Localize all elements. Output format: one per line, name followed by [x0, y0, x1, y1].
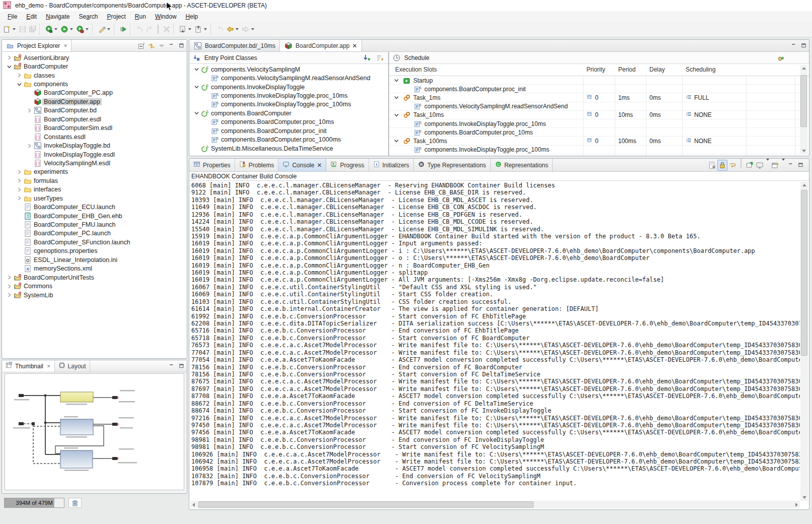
explorer-item-row[interactable]: interfaces [2, 185, 187, 194]
entry-point-row[interactable]: Scomponents.InvokeDisplayToggle.proc_10m… [189, 91, 388, 100]
collapse-icon[interactable] [192, 67, 200, 72]
tab-layout[interactable]: Layout [55, 360, 90, 372]
tab-type-representations[interactable]: RType Representations [414, 159, 491, 171]
explorer-item-row[interactable]: formulas [2, 176, 187, 185]
menu-navigate[interactable]: Navigate [41, 12, 74, 21]
entry-point-row[interactable]: Scomponents.VelocitySamplingM.readSensor… [189, 74, 388, 82]
collapse-icon[interactable] [392, 95, 400, 100]
console-output[interactable]: 6068 [main] INFO c.e.e.c.l.manager.CBLic… [191, 182, 800, 501]
menu-edit[interactable]: Edit [22, 12, 41, 21]
schedule-row[interactable]: Scomponents.BoardComputer.proc_init [389, 85, 809, 93]
explorer-item-row[interactable]: {}VelocitySamplingM.esdl [2, 159, 187, 167]
explorer-item-row[interactable]: BoardComputer_PC.app [2, 89, 187, 97]
schedule-row[interactable]: Task_10ms010ms0msNONE [389, 111, 809, 119]
console-horizontal-scrollbar[interactable] [190, 501, 800, 508]
thumbnail-diagram[interactable] [5, 373, 184, 490]
schedule-row[interactable]: Scomponents.InvokeDisplayToggle.proc_100… [389, 146, 809, 154]
collapse-all-button[interactable] [136, 40, 146, 51]
schedule-column-header[interactable]: Delay [649, 66, 665, 73]
tab-representations[interactable]: CRepresentations [491, 159, 553, 171]
expand-icon[interactable] [15, 187, 23, 192]
explorer-item-row[interactable]: {}BoardComputer.esdl [2, 115, 187, 123]
expand-icon[interactable] [25, 144, 33, 148]
collapse-icon[interactable] [192, 111, 200, 115]
entry-point-row[interactable]: Scomponents.BoardComputer.proc_1000ms [189, 136, 388, 144]
explorer-item-row[interactable]: cgenoptions.properties [2, 247, 187, 255]
add-entry-point-button[interactable] [362, 52, 372, 63]
explorer-item-row[interactable]: XmemorySections.xml [2, 265, 187, 273]
explorer-item-row[interactable]: SystemLib [2, 291, 187, 299]
entry-point-row[interactable]: Scomponents.BoardComputer [189, 109, 388, 117]
new-button[interactable] [2, 23, 18, 35]
collapse-icon[interactable] [392, 78, 400, 83]
expand-icon[interactable] [15, 178, 23, 183]
maximize-button[interactable] [177, 361, 187, 372]
run-external-button[interactable] [75, 23, 91, 35]
next-annotation-button[interactable] [178, 23, 193, 35]
pin-console-button[interactable] [745, 160, 755, 171]
tab-initializers[interactable]: IInitializers [369, 159, 414, 171]
editor-tab[interactable]: BoardComputer.bd/_10ms [189, 40, 280, 51]
explorer-item-row[interactable]: experiments [2, 168, 187, 176]
entry-point-row[interactable]: Scomponents.InvokeDisplayToggle [189, 83, 388, 91]
close-icon[interactable]: ✕ [317, 162, 322, 169]
explorer-item-row[interactable]: BoardComputer.app [2, 97, 187, 106]
expand-icon[interactable] [25, 108, 33, 113]
collapse-icon[interactable] [392, 113, 400, 117]
display-console-button[interactable] [755, 160, 765, 171]
tab-console[interactable]: Console✕ [278, 159, 326, 171]
editor-tab[interactable]: BoardComputer.app✕ [280, 40, 361, 51]
heap-gauge[interactable]: 394M of 479M [4, 498, 64, 508]
tab-thumbnail[interactable]: Thumbnail✕ [2, 360, 55, 372]
expand-icon[interactable] [5, 55, 13, 60]
schedule-row[interactable]: Startup [389, 76, 809, 85]
filter-entries-button[interactable] [375, 52, 385, 63]
schedule-row[interactable]: Task_100ms0100ms0msNONE [389, 137, 809, 145]
console-vertical-scrollbar[interactable] [800, 182, 808, 501]
close-icon[interactable]: ✕ [352, 42, 357, 49]
maximize-button[interactable] [799, 40, 809, 51]
collapse-icon[interactable] [392, 139, 400, 143]
scroll-lock-button[interactable] [717, 160, 727, 171]
tab-problems[interactable]: Problems [235, 159, 279, 171]
entry-point-row[interactable]: Scomponents.BoardComputer.proc_init [189, 126, 388, 135]
menu-help[interactable]: Help [181, 12, 203, 21]
minimize-button[interactable] [167, 40, 177, 51]
minimize-button[interactable] [786, 160, 796, 171]
explorer-item-row[interactable]: AssertionLibrary [2, 53, 187, 62]
explorer-item-row[interactable]: {}Constants.esdl [2, 133, 187, 141]
garbage-collect-button[interactable] [68, 498, 82, 508]
expand-icon[interactable] [15, 196, 23, 201]
open-console-button[interactable] [770, 160, 780, 171]
menu-file[interactable]: File [3, 12, 22, 21]
schedule-column-header[interactable]: Scheduling [686, 66, 715, 73]
clear-console-button[interactable] [707, 160, 717, 171]
explorer-item-row[interactable]: ESDL_Linear_Interpolation.ini [2, 255, 187, 264]
explorer-item-row[interactable]: BoardComputer_EHB_Gen.ehb [2, 212, 187, 220]
expand-icon[interactable] [5, 284, 13, 289]
entry-point-row[interactable]: Scomponents.BoardComputer.proc_10ms [189, 118, 388, 126]
link-with-editor-button[interactable] [146, 40, 157, 51]
tab-project-explorer[interactable]: Project Explorer ✕ [2, 40, 71, 51]
expand-icon[interactable] [15, 73, 23, 78]
explorer-item-row[interactable]: {}InvokeDisplayToggle.esdl [2, 150, 187, 159]
view-menu-button[interactable] [157, 40, 167, 51]
minimize-button[interactable] [789, 40, 799, 51]
menu-window[interactable]: Window [151, 12, 181, 21]
explorer-item-row[interactable]: classes [2, 71, 187, 80]
run-config-button[interactable] [44, 23, 59, 35]
schedule-row[interactable]: Task_1ms01ms0msFULL [389, 93, 809, 102]
menu-project[interactable]: Project [102, 12, 130, 21]
explorer-item-row[interactable]: BoardComputer [2, 62, 187, 71]
close-icon[interactable]: ✕ [47, 364, 51, 369]
menu-run[interactable]: Run [130, 12, 151, 21]
minimize-button[interactable] [167, 361, 177, 372]
close-icon[interactable]: ✕ [63, 43, 67, 48]
explorer-item-row[interactable]: components [2, 80, 187, 88]
back-button[interactable] [225, 23, 241, 35]
collapse-icon[interactable] [192, 85, 200, 89]
expand-icon[interactable] [5, 293, 13, 297]
explorer-item-row[interactable]: BoardComputer_SFunction.launch [2, 238, 187, 246]
schedule-row[interactable]: Scomponents.VelocitySamplingM.readSensor… [389, 102, 809, 111]
schedule-row[interactable]: Scomponents.BoardComputer.proc_1000ms [389, 154, 809, 156]
